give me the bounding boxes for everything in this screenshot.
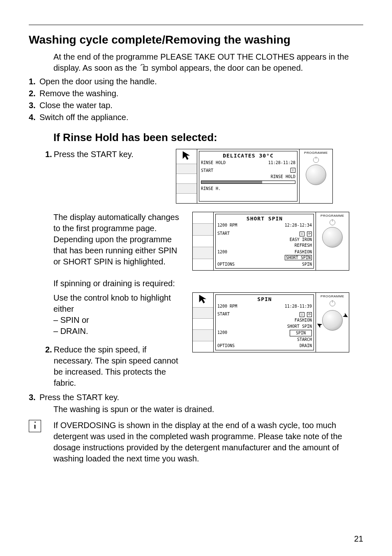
lcd2-title: SHORT SPIN (217, 215, 312, 222)
lcd2-m2: FASHION (295, 249, 312, 255)
lcd1-title: DELICATES 30°C (201, 152, 295, 160)
cursor-arrow-icon (197, 293, 209, 307)
lcd3-1200: 1200 (217, 330, 227, 336)
lcd1-topright: 11:28-11:28 (268, 160, 295, 166)
spin-opt2: – DRAIN. (53, 326, 185, 337)
step-b1: Press the START key. (54, 149, 134, 160)
subsection-heading: If Rinse Hold has been selected: (53, 131, 363, 144)
lcd2-m0: EASY IRON (217, 237, 312, 243)
spin-icon: ⟳ (307, 312, 312, 317)
lcd2-1200: 1200 (217, 249, 227, 255)
svg-rect-0 (143, 67, 148, 70)
door-icon: ▯ (300, 312, 304, 317)
spin-use: Use the control knob to highlight either (53, 292, 185, 315)
power-icon (330, 301, 335, 306)
info-icon: ı (29, 420, 41, 432)
appliance-display-1: DELICATES 30°C RINSE HOLD 11:28-11:28 ST… (176, 149, 333, 204)
appliance-display-3: SPIN 1200 RPM 11:28-11:39 START ▯ ⟳ FASH… (192, 292, 349, 352)
lcd2-m3: SHORT SPIN (285, 255, 312, 260)
lcd1-start: START (201, 168, 213, 174)
overdosing-note: If OVERDOSING is shown in the display at… (53, 420, 363, 464)
lcd2-m4: SPIN (302, 262, 312, 267)
appliance-display-2: SHORT SPIN 1200 RPM 12:28-12:34 START ▯ … (192, 212, 349, 271)
lcd3-topright: 11:28-11:39 (285, 303, 312, 309)
lcd3-m3: STARCH (217, 337, 312, 343)
lcd1-bottom: RINSE H. (201, 186, 221, 192)
lcd3-options: OPTIONS (217, 343, 235, 349)
step-a3: Close the water tap. (39, 100, 113, 111)
lcd1-topleft: RINSE HOLD (201, 160, 226, 166)
door-icon: ▯ (291, 168, 295, 173)
spin-intro: If spinning or draining is required: (53, 278, 363, 289)
row-fig3: Use the control knob to highlight either… (29, 292, 363, 389)
manual-page: Washing cycle complete/Removing the wash… (0, 0, 392, 556)
programme-knob[interactable] (322, 227, 343, 248)
spin-icon: ⟳ (307, 232, 312, 236)
lcd2-topleft: 1200 RPM (217, 222, 237, 228)
top-rule (29, 25, 363, 25)
steps-list-b-tail: 3.Press the START key. (29, 392, 363, 403)
lcd3-topleft: 1200 RPM (217, 303, 237, 309)
step-a4: Switch off the appliance. (39, 112, 128, 123)
step-b3: Press the START key. (39, 392, 119, 403)
lcd1-mid: RINSE HOLD (201, 174, 295, 180)
after-fig1-text: The display automatically changes to the… (53, 212, 185, 267)
row-fig2: The display automatically changes to the… (29, 212, 363, 271)
spin-opt1: – SPIN or (53, 315, 185, 326)
step-b2: Reduce the spin speed, if necessary. The… (54, 344, 185, 389)
step-b3b: The washing is spun or the water is drai… (53, 404, 363, 415)
power-icon (313, 157, 319, 163)
cursor-arrow-icon (181, 149, 192, 164)
lcd2-start: START (217, 231, 230, 236)
step-a1: Open the door using the handle. (39, 76, 157, 87)
door-open-icon (139, 63, 149, 74)
page-number: 21 (354, 534, 363, 544)
lcd3-title: SPIN (217, 296, 312, 303)
lcd3-start: START (217, 311, 230, 317)
progress-bar (201, 181, 295, 184)
intro-paragraph: At the end of the programme PLEASE TAKE … (53, 51, 363, 74)
programme-knob[interactable] (306, 164, 326, 185)
row-step1: 1. Press the START key. (29, 149, 363, 204)
steps-list-a: 1.Open the door using the handle. 2.Remo… (29, 76, 363, 123)
knob3-label: PROGRAMME (321, 294, 344, 299)
lcd3-m1: SHORT SPIN (217, 324, 312, 330)
programme-knob[interactable] (322, 310, 343, 331)
step-a2: Remove the washing. (39, 88, 118, 99)
power-icon (330, 220, 335, 225)
lcd3-m0: FASHION (217, 317, 312, 324)
lcd3-m2: SPIN (290, 330, 312, 336)
knob1-label: PROGRAMME (304, 151, 328, 155)
door-icon: ▯ (300, 232, 304, 236)
knob2-label: PROGRAMME (321, 214, 344, 218)
lcd3-m4: DRAIN (300, 343, 312, 349)
section-heading: Washing cycle complete/Removing the wash… (29, 33, 363, 46)
lcd2-m1: REFRESH (217, 243, 312, 249)
lcd2-topright: 12:28-12:34 (285, 222, 312, 228)
lcd2-options: OPTIONS (217, 262, 235, 267)
